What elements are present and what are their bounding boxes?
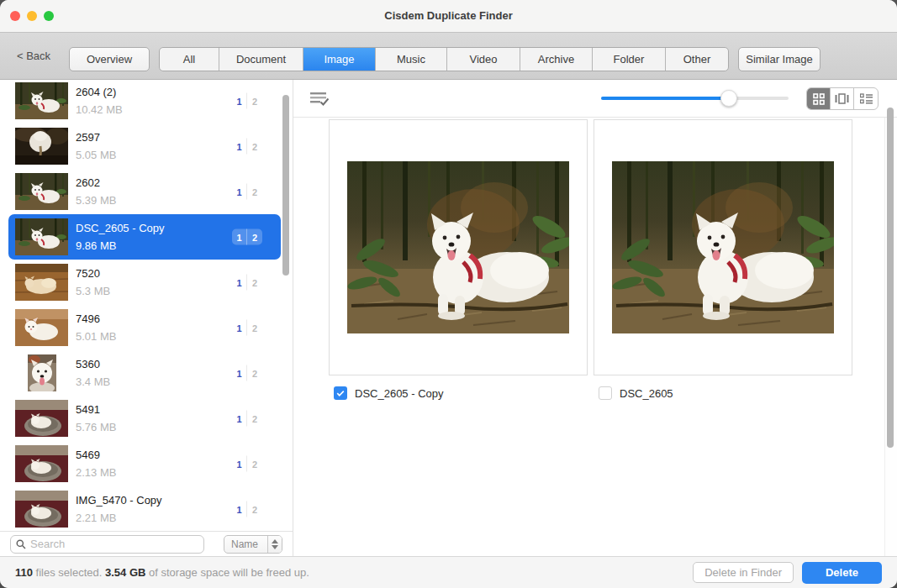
sort-select[interactable]: Name [224, 535, 282, 554]
action-buttons: Delete in Finder Delete [693, 562, 882, 584]
delete-in-finder-button[interactable]: Delete in Finder [693, 562, 794, 583]
badge-count-2: 2 [247, 501, 262, 517]
cat-basket-thumbnail-image [15, 445, 68, 482]
file-size: 2.13 MB [76, 466, 116, 479]
badge-count-2: 2 [247, 93, 262, 109]
sidebar-scrollbar-thumb[interactable] [282, 95, 289, 276]
sidebar: 2604 (2)10.42 MB12 25975.05 MB12 26025.3… [0, 80, 293, 556]
file-size: 5.05 MB [76, 149, 116, 161]
duplicate-count-badge: 12 [232, 456, 262, 472]
list-view-button[interactable] [854, 88, 878, 109]
file-meta: 75205.3 MB [76, 267, 110, 297]
file-meta: 54692.13 MB [76, 449, 116, 479]
file-row[interactable]: 54692.13 MB12 [8, 441, 281, 486]
freed-size: 3.54 GB [105, 566, 145, 579]
file-row[interactable]: 26025.39 MB12 [8, 169, 281, 214]
file-name: 5491 [76, 403, 116, 416]
dog-forest-thumbnail-image [15, 218, 68, 255]
file-row[interactable]: 74965.01 MB12 [8, 305, 281, 350]
grid-view-button[interactable] [807, 88, 831, 109]
file-type-tabs: AllDocumentImageMusicVideoArchiveFolderO… [159, 47, 729, 71]
file-meta: 26025.39 MB [76, 176, 116, 207]
file-row[interactable]: 54915.76 MB12 [8, 396, 281, 441]
thumbnail-size-slider[interactable] [601, 90, 789, 107]
slider-fill [601, 97, 729, 100]
file-meta: 54915.76 MB [76, 403, 116, 433]
sidebar-footer: Name [0, 531, 293, 556]
cat-basket-thumbnail-image [15, 400, 68, 437]
search-input[interactable] [30, 538, 198, 550]
tab-video[interactable]: Video [447, 48, 520, 71]
checkmark-icon [335, 388, 346, 398]
list-check-icon [310, 91, 329, 106]
duplicate-checkbox[interactable] [334, 386, 347, 400]
dog-portrait-thumbnail-image [15, 354, 68, 391]
tab-image[interactable]: Image [303, 48, 376, 71]
minimize-button[interactable] [27, 11, 37, 21]
selected-count: 110 [15, 566, 33, 579]
badge-count-1: 1 [232, 320, 247, 336]
overview-button[interactable]: Overview [69, 47, 150, 71]
file-meta: 2604 (2)10.42 MB [76, 86, 123, 116]
duplicate-count-badge: 12 [232, 93, 262, 109]
view-mode-switcher [806, 87, 879, 110]
badge-count-1: 1 [232, 456, 247, 472]
duplicate-count-badge: 12 [232, 139, 262, 155]
title-bar: Cisdem Duplicate Finder [0, 0, 897, 32]
tab-archive[interactable]: Archive [520, 48, 593, 71]
duplicate-preview-area: DSC_2605 - Copy [293, 118, 897, 400]
duplicate-card-block: DSC_2605 - Copy [329, 119, 588, 400]
column-view-icon [835, 93, 849, 104]
main-scrollbar-thumb[interactable] [887, 108, 894, 448]
file-row[interactable]: 25975.05 MB12 [8, 123, 281, 169]
back-button[interactable]: < Back [17, 33, 50, 80]
cat-basket-thumbnail-image [15, 491, 68, 528]
file-row[interactable]: 2604 (2)10.42 MB12 [8, 80, 281, 123]
select-list-button[interactable] [310, 91, 329, 108]
badge-count-1: 1 [232, 365, 247, 381]
dog-dark-thumbnail-image [15, 128, 68, 165]
delete-button[interactable]: Delete [802, 562, 882, 584]
column-view-button[interactable] [831, 88, 854, 109]
selection-status: 110 files selected. 3.54 GB of storage s… [15, 566, 309, 579]
badge-count-1: 1 [232, 411, 247, 427]
file-size: 9.86 MB [76, 239, 165, 252]
tab-document[interactable]: Document [219, 48, 303, 71]
duplicate-image-card[interactable] [594, 119, 852, 375]
file-meta: 53603.4 MB [76, 358, 110, 388]
file-name: 7520 [76, 267, 110, 280]
badge-count-1: 1 [232, 139, 247, 155]
duplicate-check-row: DSC_2605 [594, 386, 852, 400]
duplicate-file-list: 2604 (2)10.42 MB12 25975.05 MB12 26025.3… [0, 80, 293, 531]
main-toolbar [293, 80, 897, 118]
badge-count-2: 2 [247, 275, 262, 291]
file-name: 2597 [76, 131, 116, 144]
similar-image-button[interactable]: Similar Image [738, 47, 820, 71]
stepper-arrows-icon [267, 536, 282, 553]
duplicate-image-card[interactable] [329, 119, 588, 375]
badge-count-2: 2 [247, 456, 262, 472]
file-size: 5.39 MB [76, 194, 116, 207]
badge-count-1: 1 [232, 184, 247, 200]
file-row[interactable]: 75205.3 MB12 [8, 260, 281, 305]
file-name: IMG_5470 - Copy [76, 494, 162, 507]
slider-knob[interactable] [720, 90, 737, 107]
tab-other[interactable]: Other [666, 48, 728, 71]
file-row[interactable]: DSC_2605 - Copy9.86 MB12 [8, 214, 281, 260]
file-row[interactable]: IMG_5470 - Copy2.21 MB12 [8, 486, 281, 531]
close-button[interactable] [10, 11, 20, 21]
file-name: 5469 [76, 449, 116, 461]
tab-music[interactable]: Music [376, 48, 447, 71]
badge-count-1: 1 [232, 501, 247, 517]
list-view-icon [860, 93, 873, 104]
sort-select-value: Name [224, 538, 258, 550]
duplicate-count-badge: 12 [232, 411, 262, 427]
file-name: 2602 [76, 176, 116, 189]
tab-all[interactable]: All [160, 48, 219, 71]
duplicate-checkbox[interactable] [599, 386, 612, 400]
zoom-button[interactable] [44, 11, 54, 21]
tab-folder[interactable]: Folder [593, 48, 666, 71]
app-window: Cisdem Duplicate Finder < Back Overview … [0, 0, 897, 588]
file-row[interactable]: 53603.4 MB12 [8, 350, 281, 396]
file-name: 2604 (2) [76, 86, 123, 98]
